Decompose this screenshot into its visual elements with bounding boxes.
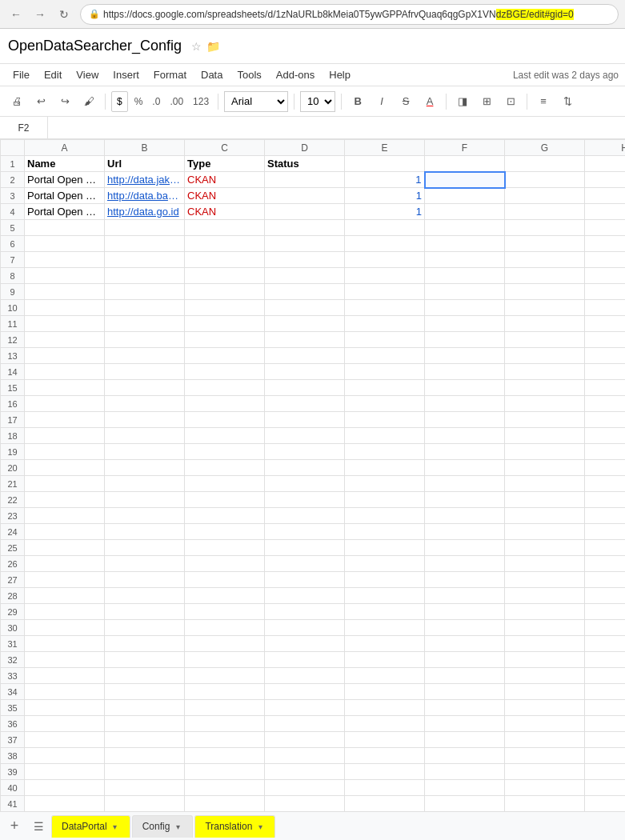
cell-b3[interactable]: http://data.bandu... — [105, 188, 185, 204]
borders-button[interactable]: ⊞ — [476, 91, 497, 112]
cell-B22[interactable] — [105, 492, 185, 508]
cell-D8[interactable] — [265, 268, 345, 284]
cell-G19[interactable] — [505, 444, 585, 460]
menu-insert[interactable]: Insert — [106, 66, 146, 83]
cell-E27[interactable] — [345, 572, 425, 588]
cell-a4[interactable]: Portal Open Data — [25, 204, 105, 220]
cell-E35[interactable] — [345, 700, 425, 716]
cell-F15[interactable] — [425, 380, 505, 396]
cell-B6[interactable] — [105, 236, 185, 252]
cell-A14[interactable] — [25, 364, 105, 380]
cell-A11[interactable] — [25, 316, 105, 332]
cell-F32[interactable] — [425, 652, 505, 668]
cell-E34[interactable] — [345, 684, 425, 700]
font-family-select[interactable]: Arial — [224, 91, 288, 112]
cell-D22[interactable] — [265, 492, 345, 508]
cell-A36[interactable] — [25, 716, 105, 732]
cell-B31[interactable] — [105, 636, 185, 652]
percent-button[interactable]: % — [131, 91, 146, 112]
cell-F34[interactable] — [425, 684, 505, 700]
currency-button[interactable]: $ — [111, 91, 128, 112]
cell-G22[interactable] — [505, 492, 585, 508]
cell-A30[interactable] — [25, 620, 105, 636]
cell-F12[interactable] — [425, 332, 505, 348]
cell-C8[interactable] — [185, 268, 265, 284]
cell-A39[interactable] — [25, 764, 105, 780]
cell-E29[interactable] — [345, 604, 425, 620]
cell-H39[interactable] — [585, 764, 626, 780]
cell-G11[interactable] — [505, 316, 585, 332]
forward-button[interactable]: → — [30, 5, 50, 24]
cell-E25[interactable] — [345, 540, 425, 556]
menu-file[interactable]: File — [6, 66, 36, 83]
strikethrough-button[interactable]: S — [395, 91, 416, 112]
cell-G30[interactable] — [505, 620, 585, 636]
cell-B25[interactable] — [105, 540, 185, 556]
cell-H9[interactable] — [585, 284, 626, 300]
cell-C34[interactable] — [185, 684, 265, 700]
cell-B8[interactable] — [105, 268, 185, 284]
cell-C22[interactable] — [185, 492, 265, 508]
cell-C31[interactable] — [185, 636, 265, 652]
formula-input[interactable] — [48, 117, 625, 138]
folder-icon[interactable]: 📁 — [206, 40, 220, 53]
cell-A12[interactable] — [25, 332, 105, 348]
cell-A35[interactable] — [25, 700, 105, 716]
cell-B16[interactable] — [105, 396, 185, 412]
cell-G20[interactable] — [505, 460, 585, 476]
cell-F26[interactable] — [425, 556, 505, 572]
cell-H40[interactable] — [585, 780, 626, 796]
cell-C13[interactable] — [185, 348, 265, 364]
cell-F25[interactable] — [425, 540, 505, 556]
tab-config-dropdown-icon[interactable]: ▾ — [173, 822, 182, 831]
decimal0-button[interactable]: .0 — [149, 91, 163, 112]
cell-F23[interactable] — [425, 508, 505, 524]
cell-a2[interactable]: Portal Open Data — [25, 172, 105, 188]
cell-g4[interactable] — [505, 204, 585, 220]
cell-C9[interactable] — [185, 284, 265, 300]
cell-B5[interactable] — [105, 220, 185, 236]
cell-H25[interactable] — [585, 540, 626, 556]
col-header-d[interactable]: D — [265, 140, 345, 156]
cell-D36[interactable] — [265, 716, 345, 732]
cell-F40[interactable] — [425, 780, 505, 796]
cell-E37[interactable] — [345, 732, 425, 748]
cell-C36[interactable] — [185, 716, 265, 732]
col-header-e[interactable]: E — [345, 140, 425, 156]
cell-E22[interactable] — [345, 492, 425, 508]
cell-D15[interactable] — [265, 380, 345, 396]
cell-B7[interactable] — [105, 252, 185, 268]
cell-H28[interactable] — [585, 588, 626, 604]
cell-B14[interactable] — [105, 364, 185, 380]
cell-G33[interactable] — [505, 668, 585, 684]
cell-C24[interactable] — [185, 524, 265, 540]
cell-D28[interactable] — [265, 588, 345, 604]
cell-F20[interactable] — [425, 460, 505, 476]
merge-cells-button[interactable]: ⊡ — [500, 91, 521, 112]
cell-E8[interactable] — [345, 268, 425, 284]
cell-E40[interactable] — [345, 780, 425, 796]
cell-B13[interactable] — [105, 348, 185, 364]
align-horizontal-button[interactable]: ≡ — [533, 91, 554, 112]
cell-E38[interactable] — [345, 748, 425, 764]
cell-E26[interactable] — [345, 556, 425, 572]
cell-G5[interactable] — [505, 220, 585, 236]
cell-B41[interactable] — [105, 796, 185, 812]
cell-F22[interactable] — [425, 492, 505, 508]
cell-E36[interactable] — [345, 716, 425, 732]
cell-G16[interactable] — [505, 396, 585, 412]
cell-F30[interactable] — [425, 620, 505, 636]
cell-E16[interactable] — [345, 396, 425, 412]
cell-C17[interactable] — [185, 412, 265, 428]
cell-E7[interactable] — [345, 252, 425, 268]
cell-F39[interactable] — [425, 764, 505, 780]
cell-H5[interactable] — [585, 220, 626, 236]
cell-reference[interactable]: F2 — [0, 117, 48, 138]
cell-f1[interactable] — [425, 156, 505, 172]
cell-G7[interactable] — [505, 252, 585, 268]
cell-F18[interactable] — [425, 428, 505, 444]
cell-B11[interactable] — [105, 316, 185, 332]
cell-C5[interactable] — [185, 220, 265, 236]
cell-B24[interactable] — [105, 524, 185, 540]
cell-F24[interactable] — [425, 524, 505, 540]
